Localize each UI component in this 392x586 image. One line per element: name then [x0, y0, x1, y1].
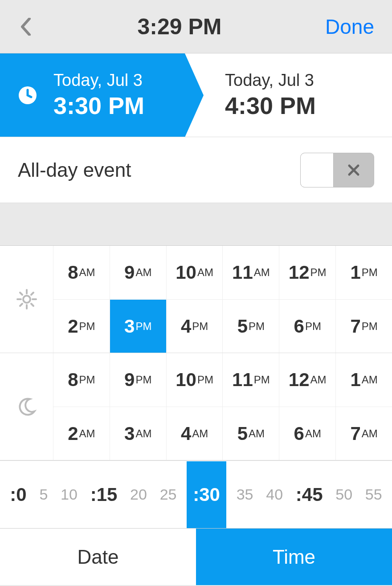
hour-cell[interactable]: 4AM [167, 407, 223, 460]
hour-cell[interactable]: 8PM [53, 353, 110, 407]
spacer [0, 203, 392, 246]
hour-cell[interactable]: 8AM [53, 246, 110, 299]
range-start-date: Today, Jul 3 [53, 71, 144, 90]
hour-cell[interactable]: 5AM [223, 407, 279, 460]
range-start-time: 3:30 PM [53, 92, 144, 119]
range-start-tab[interactable]: Today, Jul 3 3:30 PM [0, 53, 185, 137]
minute-cell[interactable]: :15 [88, 461, 120, 528]
hour-cell[interactable]: 11AM [223, 246, 279, 299]
hour-cell[interactable]: 7PM [336, 300, 392, 353]
all-day-label: All-day event [18, 159, 131, 181]
hour-cell[interactable]: 5PM [223, 300, 279, 353]
range-end-tab[interactable]: Today, Jul 3 4:30 PM [185, 53, 392, 137]
hour-cell[interactable]: 6AM [279, 407, 336, 460]
hour-cell[interactable]: 2AM [53, 407, 110, 460]
hour-cell[interactable]: 7AM [336, 407, 392, 460]
minute-cell[interactable]: 25 [157, 461, 180, 528]
bottom-tabs: Date Time [0, 528, 392, 585]
hour-cell[interactable]: 1AM [336, 353, 392, 407]
minute-row: :0510:152025:303540:455055 [0, 460, 392, 528]
hour-section-day: 8AM9AM10AM11AM12PM1PM2PM3PM4PM5PM6PM7PM [0, 246, 392, 353]
minute-cell[interactable]: :45 [293, 461, 326, 528]
moon-icon [0, 353, 53, 460]
minute-cell[interactable]: 50 [333, 461, 355, 528]
svg-line-7 [31, 304, 33, 306]
svg-point-1 [23, 296, 30, 303]
svg-line-6 [20, 293, 22, 295]
hour-cell[interactable]: 2PM [53, 300, 110, 353]
hour-cell[interactable]: 12AM [279, 353, 336, 407]
svg-line-9 [20, 304, 22, 306]
hour-section-night: 8PM9PM10PM11PM12AM1AM2AM3AM4AM5AM6AM7AM [0, 353, 392, 460]
hour-cell[interactable]: 3AM [110, 407, 167, 460]
hour-cell[interactable]: 10AM [167, 246, 223, 299]
tab-date[interactable]: Date [0, 529, 196, 585]
page-title: 3:29 PM [34, 14, 325, 40]
time-range-row: Today, Jul 3 3:30 PM Today, Jul 3 4:30 P… [0, 53, 392, 137]
hour-grid: 8AM9AM10AM11AM12PM1PM2PM3PM4PM5PM6PM7PM … [0, 246, 392, 460]
hour-cell[interactable]: 10PM [167, 353, 223, 407]
tab-time[interactable]: Time [196, 529, 392, 585]
header: 3:29 PM Done [0, 0, 392, 53]
hour-cell[interactable]: 11PM [223, 353, 279, 407]
back-icon[interactable] [18, 19, 34, 35]
sun-icon [0, 246, 53, 353]
minute-cell[interactable]: 20 [127, 461, 150, 528]
range-end-time: 4:30 PM [225, 92, 316, 119]
hour-cell[interactable]: 12PM [279, 246, 336, 299]
hour-cell[interactable]: 9AM [110, 246, 167, 299]
minute-cell[interactable]: :30 [187, 461, 226, 528]
done-button[interactable]: Done [325, 15, 374, 39]
hour-cell[interactable]: 9PM [110, 353, 167, 407]
hour-cell[interactable]: 1PM [336, 246, 392, 299]
minute-cell[interactable]: 40 [263, 461, 286, 528]
toggle-handle [301, 153, 334, 187]
hour-cell[interactable]: 6PM [279, 300, 336, 353]
minute-cell[interactable]: 35 [234, 461, 256, 528]
hour-cell[interactable]: 4PM [167, 300, 223, 353]
clock-icon [18, 85, 37, 105]
minute-cell[interactable]: 10 [58, 461, 80, 528]
minute-cell[interactable]: 55 [363, 461, 385, 528]
minute-cell[interactable]: :0 [7, 461, 29, 528]
close-icon [334, 153, 374, 187]
range-end-date: Today, Jul 3 [225, 71, 316, 90]
all-day-row: All-day event [0, 137, 392, 203]
all-day-toggle[interactable] [300, 153, 374, 187]
minute-cell[interactable]: 5 [37, 461, 50, 528]
svg-line-8 [31, 293, 33, 295]
hour-cell[interactable]: 3PM [110, 300, 167, 353]
